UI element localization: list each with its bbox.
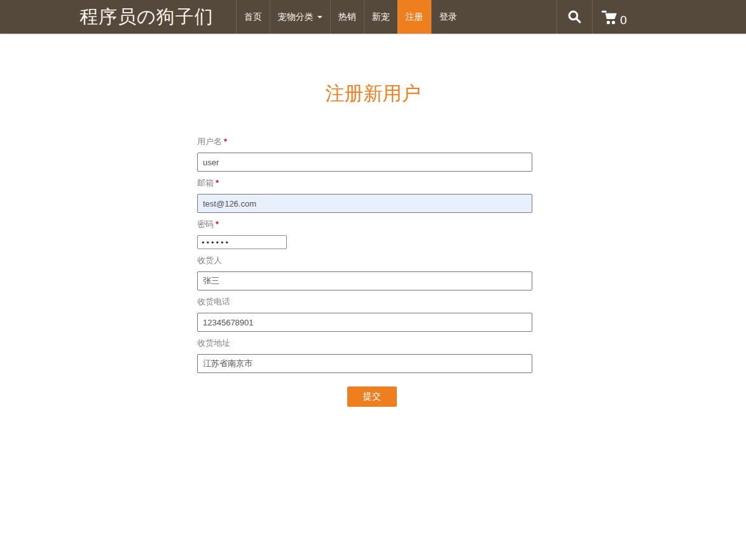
address-label-text: 收货地址 [197, 338, 230, 348]
nav-item-new-pets[interactable]: 新宠 [364, 0, 397, 34]
navbar-right-group: 0 [556, 0, 746, 34]
nav-item-pet-categories[interactable]: 宠物分类 [270, 0, 330, 34]
nav-item-login[interactable]: 登录 [431, 0, 465, 34]
address-input[interactable] [197, 354, 532, 373]
submit-button[interactable]: 提交 [347, 386, 397, 407]
phone-label: 收货电话 [197, 296, 532, 308]
main-content: 注册新用户 用户名* 邮箱* 密码* 收货人 [0, 81, 746, 407]
phone-input[interactable] [197, 313, 532, 332]
nav-item-hot-sale[interactable]: 热销 [330, 0, 364, 34]
consignee-label: 收货人 [197, 255, 532, 266]
field-group-address: 收货地址 [197, 338, 532, 373]
nav-item-register-link[interactable]: 注册 [398, 0, 431, 34]
cart-button[interactable]: 0 [593, 0, 746, 34]
nav-item-pet-categories-link[interactable]: 宠物分类 [270, 0, 330, 34]
username-label: 用户名* [197, 136, 532, 147]
username-label-text: 用户名 [197, 137, 222, 146]
brand-title[interactable]: 程序员の狗子们 [79, 0, 214, 34]
chevron-down-icon [317, 16, 322, 18]
register-form: 用户名* 邮箱* 密码* 收货人 收货电话 [197, 136, 532, 407]
consignee-label-text: 收货人 [197, 256, 222, 265]
cart-icon [600, 8, 619, 26]
field-group-password: 密码* [197, 219, 532, 249]
username-input[interactable] [197, 153, 532, 172]
address-label: 收货地址 [197, 338, 532, 349]
email-label: 邮箱* [197, 177, 532, 189]
required-marker: * [216, 219, 219, 229]
navbar: 程序员の狗子们 首页 宠物分类 热销 新宠 注册 登录 [0, 0, 746, 34]
nav-item-home[interactable]: 首页 [236, 0, 270, 34]
email-label-text: 邮箱 [197, 178, 214, 188]
nav-menu: 首页 宠物分类 热销 新宠 注册 登录 [236, 0, 465, 34]
cart-count-badge: 0 [620, 14, 627, 26]
field-group-username: 用户名* [197, 136, 532, 172]
nav-item-login-link[interactable]: 登录 [432, 0, 465, 34]
consignee-input[interactable] [197, 271, 532, 290]
search-button[interactable] [556, 0, 593, 34]
email-input[interactable] [197, 194, 532, 213]
search-icon [567, 9, 583, 25]
password-input[interactable] [197, 235, 287, 249]
nav-item-new-pets-link[interactable]: 新宠 [364, 0, 397, 34]
page-title: 注册新用户 [0, 81, 746, 107]
nav-item-register[interactable]: 注册 [397, 0, 431, 34]
field-group-email: 邮箱* [197, 177, 532, 213]
required-marker: * [224, 137, 227, 146]
field-group-consignee: 收货人 [197, 255, 532, 290]
nav-item-pet-categories-label: 宠物分类 [278, 11, 314, 23]
field-group-phone: 收货电话 [197, 296, 532, 332]
required-marker: * [216, 178, 219, 188]
nav-item-hot-sale-link[interactable]: 热销 [331, 0, 364, 34]
password-label-text: 密码 [197, 219, 214, 229]
password-label: 密码* [197, 219, 532, 230]
nav-item-home-link[interactable]: 首页 [237, 0, 270, 34]
phone-label-text: 收货电话 [197, 297, 230, 306]
